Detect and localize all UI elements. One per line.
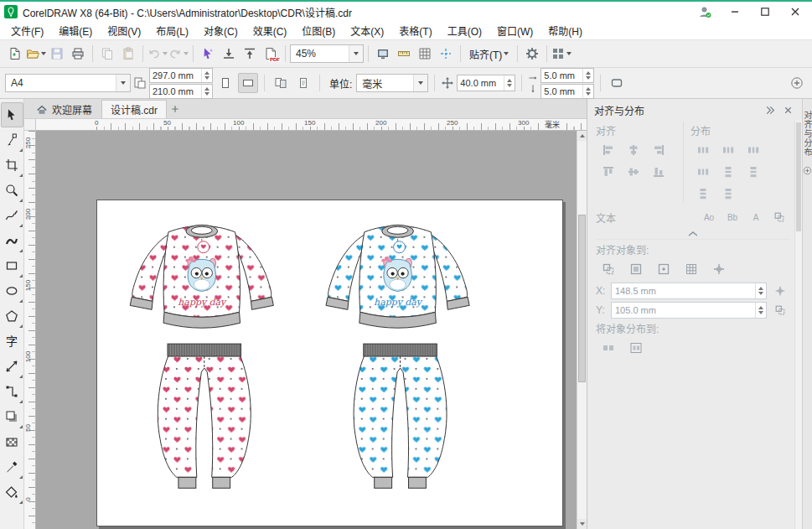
docker-collapse-button[interactable] [762,102,777,117]
menu-text[interactable]: 文本(X) [343,21,391,40]
rectangle-tool[interactable] [1,253,23,278]
distribute-middle-button[interactable] [741,161,766,183]
all-pages-button[interactable] [271,73,291,93]
treat-as-filled-button[interactable] [607,73,627,93]
pick-tool[interactable] [1,102,23,127]
pajama-set-blue[interactable]: happy day [326,225,469,488]
align-to-grid-button[interactable] [679,258,704,280]
ellipse-tool[interactable] [1,278,23,303]
align-right-button[interactable] [646,139,671,161]
maximize-button[interactable] [753,3,778,20]
new-tab-button[interactable] [167,100,184,118]
docker-section-collapse[interactable] [596,226,790,240]
spinner-buttons[interactable] [755,283,766,298]
spinner-buttons[interactable] [504,75,515,91]
spinner-buttons[interactable] [201,85,212,98]
tab-welcome[interactable]: 欢迎屏幕 [27,100,101,118]
specify-point-button[interactable] [770,283,790,299]
add-docker-button[interactable] [803,165,812,175]
docker-scrollbar[interactable] [794,121,802,529]
menu-file[interactable]: 文件(F) [3,21,51,40]
eyedropper-tool[interactable] [1,454,23,480]
print-button[interactable] [68,44,88,64]
drawing-page[interactable]: happy day [96,200,563,526]
menu-edit[interactable]: 编辑(E) [51,21,100,40]
tab-design-doc[interactable]: 设计稿.cdr [101,100,167,118]
align-top-button[interactable] [596,161,621,183]
menu-layout[interactable]: 布局(L) [148,21,196,40]
drop-shadow-tool[interactable] [1,404,23,429]
distribute-center-h-button[interactable] [716,139,741,161]
search-content-button[interactable] [198,44,218,64]
zoom-level-combobox[interactable]: 45% [290,44,364,63]
shape-tool[interactable] [1,127,23,153]
vertical-scrollbar[interactable] [577,131,587,529]
align-to-page-center-button[interactable] [651,258,676,280]
scrollbar-thumb[interactable] [796,122,801,231]
distribute-spacing-v-button[interactable] [690,183,716,205]
ruler-origin[interactable] [24,119,36,131]
interactive-fill-tool[interactable] [1,480,23,505]
crop-tool[interactable] [1,153,23,178]
menu-object[interactable]: 对象(C) [196,21,246,40]
chevron-down-icon[interactable] [413,75,427,91]
undo-button[interactable] [147,44,168,64]
x-coordinate-input[interactable] [611,283,767,299]
menu-help[interactable]: 帮助(H) [540,21,590,40]
text-tool[interactable]: 字 [1,329,23,354]
align-left-button[interactable] [596,139,621,161]
canvas[interactable]: happy day [36,131,577,529]
options-button[interactable] [522,44,542,64]
align-text-last-line-button[interactable]: Bb [721,208,743,226]
show-guidelines-button[interactable] [436,44,456,64]
align-bottom-button[interactable] [646,161,671,183]
align-text-baseline-button[interactable]: A [745,208,767,226]
menu-effects[interactable]: 效果(C) [246,21,295,40]
menu-tools[interactable]: 工具(O) [440,21,489,40]
distribute-left-button[interactable] [690,139,716,161]
copy-button[interactable] [97,44,117,64]
pajama-set-pink[interactable]: happy day [130,225,273,488]
horizontal-ruler[interactable]: 0 50 100 150 200 250 300 毫米 [36,119,587,131]
minimize-button[interactable] [722,3,747,20]
spinner-buttons[interactable] [201,69,212,82]
import-button[interactable] [219,44,239,64]
quick-customize-button[interactable] [787,73,807,93]
chevron-down-icon[interactable] [349,45,363,62]
publish-pdf-button[interactable]: PDF [261,44,281,64]
transparency-tool[interactable] [1,429,23,454]
duplicate-y-input[interactable] [540,84,594,99]
spinner-buttons[interactable] [582,85,593,98]
docker-close-button[interactable] [780,102,795,117]
distribute-bottom-button[interactable] [716,183,741,205]
distribute-top-button[interactable] [716,161,741,183]
align-center-h-button[interactable] [621,139,646,161]
portrait-button[interactable] [215,73,235,93]
menu-window[interactable]: 窗口(W) [489,21,540,40]
units-combobox[interactable]: 毫米 [356,74,428,92]
application-launcher-button[interactable] [551,44,572,64]
show-grid-button[interactable] [415,44,435,64]
close-button[interactable] [783,3,808,20]
menu-view[interactable]: 视图(V) [100,21,148,40]
freehand-tool[interactable] [1,203,23,228]
specify-point-settings-button[interactable] [770,302,790,319]
dimension-tool[interactable] [1,354,23,379]
open-button[interactable] [26,44,46,64]
spinner-buttons[interactable] [582,69,593,82]
align-text-bounding-box-button[interactable] [768,208,790,226]
zoom-tool[interactable] [1,178,23,203]
save-button[interactable] [47,44,67,64]
align-to-page-edge-button[interactable] [623,258,649,280]
distribute-right-button[interactable] [690,161,716,183]
spinner-buttons[interactable] [755,303,766,318]
y-coordinate-input[interactable] [611,302,767,319]
align-to-point-button[interactable] [706,258,732,280]
redo-button[interactable] [168,44,189,64]
distribute-to-selection-button[interactable] [596,337,621,359]
page-height-input[interactable] [149,84,213,99]
page-size-combobox[interactable]: A4 [5,74,131,92]
chevron-down-icon[interactable] [116,75,130,91]
menu-bitmaps[interactable]: 位图(B) [294,21,343,40]
paste-button[interactable] [118,44,138,64]
